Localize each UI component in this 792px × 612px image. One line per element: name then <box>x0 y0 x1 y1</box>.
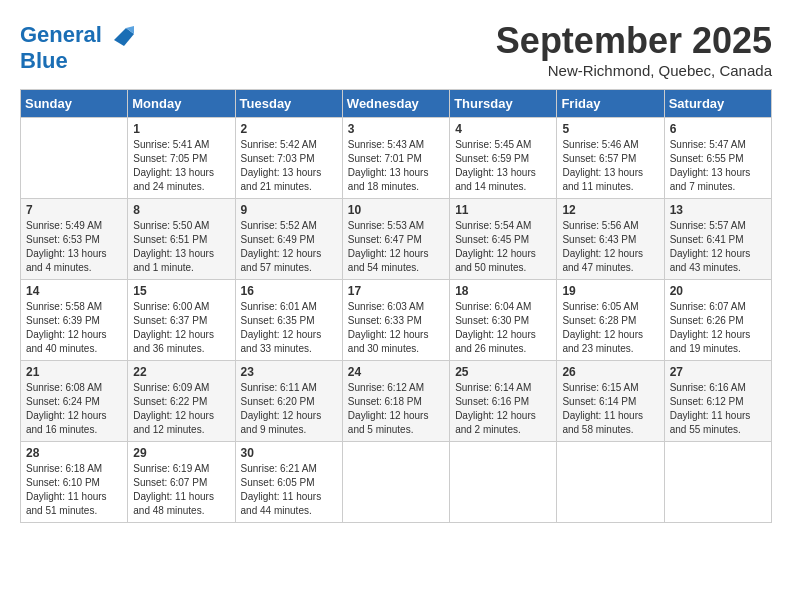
day-header-sunday: Sunday <box>21 90 128 118</box>
day-number: 23 <box>241 365 337 379</box>
logo-text-blue: Blue <box>20 50 136 72</box>
calendar-cell: 24Sunrise: 6:12 AM Sunset: 6:18 PM Dayli… <box>342 361 449 442</box>
cell-info: Sunrise: 6:03 AM Sunset: 6:33 PM Dayligh… <box>348 300 444 356</box>
cell-info: Sunrise: 5:46 AM Sunset: 6:57 PM Dayligh… <box>562 138 658 194</box>
calendar-cell: 8Sunrise: 5:50 AM Sunset: 6:51 PM Daylig… <box>128 199 235 280</box>
calendar-cell: 15Sunrise: 6:00 AM Sunset: 6:37 PM Dayli… <box>128 280 235 361</box>
cell-info: Sunrise: 5:57 AM Sunset: 6:41 PM Dayligh… <box>670 219 766 275</box>
cell-info: Sunrise: 5:50 AM Sunset: 6:51 PM Dayligh… <box>133 219 229 275</box>
day-number: 14 <box>26 284 122 298</box>
day-header-monday: Monday <box>128 90 235 118</box>
calendar-cell: 6Sunrise: 5:47 AM Sunset: 6:55 PM Daylig… <box>664 118 771 199</box>
calendar-cell: 23Sunrise: 6:11 AM Sunset: 6:20 PM Dayli… <box>235 361 342 442</box>
calendar-cell: 7Sunrise: 5:49 AM Sunset: 6:53 PM Daylig… <box>21 199 128 280</box>
cell-info: Sunrise: 5:49 AM Sunset: 6:53 PM Dayligh… <box>26 219 122 275</box>
calendar-cell: 20Sunrise: 6:07 AM Sunset: 6:26 PM Dayli… <box>664 280 771 361</box>
day-number: 29 <box>133 446 229 460</box>
day-number: 26 <box>562 365 658 379</box>
cell-info: Sunrise: 6:14 AM Sunset: 6:16 PM Dayligh… <box>455 381 551 437</box>
cell-info: Sunrise: 5:42 AM Sunset: 7:03 PM Dayligh… <box>241 138 337 194</box>
calendar-cell: 17Sunrise: 6:03 AM Sunset: 6:33 PM Dayli… <box>342 280 449 361</box>
day-number: 11 <box>455 203 551 217</box>
cell-info: Sunrise: 6:05 AM Sunset: 6:28 PM Dayligh… <box>562 300 658 356</box>
cell-info: Sunrise: 6:21 AM Sunset: 6:05 PM Dayligh… <box>241 462 337 518</box>
day-number: 1 <box>133 122 229 136</box>
calendar-cell: 30Sunrise: 6:21 AM Sunset: 6:05 PM Dayli… <box>235 442 342 523</box>
day-number: 19 <box>562 284 658 298</box>
cell-info: Sunrise: 6:01 AM Sunset: 6:35 PM Dayligh… <box>241 300 337 356</box>
cell-info: Sunrise: 5:52 AM Sunset: 6:49 PM Dayligh… <box>241 219 337 275</box>
cell-info: Sunrise: 5:54 AM Sunset: 6:45 PM Dayligh… <box>455 219 551 275</box>
day-header-saturday: Saturday <box>664 90 771 118</box>
cell-info: Sunrise: 5:41 AM Sunset: 7:05 PM Dayligh… <box>133 138 229 194</box>
day-number: 8 <box>133 203 229 217</box>
day-number: 5 <box>562 122 658 136</box>
day-number: 3 <box>348 122 444 136</box>
cell-info: Sunrise: 6:08 AM Sunset: 6:24 PM Dayligh… <box>26 381 122 437</box>
cell-info: Sunrise: 5:56 AM Sunset: 6:43 PM Dayligh… <box>562 219 658 275</box>
calendar-cell: 3Sunrise: 5:43 AM Sunset: 7:01 PM Daylig… <box>342 118 449 199</box>
logo-icon <box>106 20 136 50</box>
calendar-cell: 26Sunrise: 6:15 AM Sunset: 6:14 PM Dayli… <box>557 361 664 442</box>
cell-info: Sunrise: 6:04 AM Sunset: 6:30 PM Dayligh… <box>455 300 551 356</box>
day-number: 2 <box>241 122 337 136</box>
calendar-cell: 19Sunrise: 6:05 AM Sunset: 6:28 PM Dayli… <box>557 280 664 361</box>
cell-info: Sunrise: 6:11 AM Sunset: 6:20 PM Dayligh… <box>241 381 337 437</box>
cell-info: Sunrise: 6:18 AM Sunset: 6:10 PM Dayligh… <box>26 462 122 518</box>
day-number: 13 <box>670 203 766 217</box>
day-number: 21 <box>26 365 122 379</box>
day-number: 22 <box>133 365 229 379</box>
day-number: 7 <box>26 203 122 217</box>
calendar-cell <box>557 442 664 523</box>
day-header-friday: Friday <box>557 90 664 118</box>
day-number: 28 <box>26 446 122 460</box>
day-number: 25 <box>455 365 551 379</box>
calendar-cell: 14Sunrise: 5:58 AM Sunset: 6:39 PM Dayli… <box>21 280 128 361</box>
calendar-cell <box>342 442 449 523</box>
logo-text-general: General <box>20 22 102 47</box>
calendar-cell: 28Sunrise: 6:18 AM Sunset: 6:10 PM Dayli… <box>21 442 128 523</box>
calendar-cell: 9Sunrise: 5:52 AM Sunset: 6:49 PM Daylig… <box>235 199 342 280</box>
cell-info: Sunrise: 6:00 AM Sunset: 6:37 PM Dayligh… <box>133 300 229 356</box>
cell-info: Sunrise: 6:12 AM Sunset: 6:18 PM Dayligh… <box>348 381 444 437</box>
cell-info: Sunrise: 6:19 AM Sunset: 6:07 PM Dayligh… <box>133 462 229 518</box>
cell-info: Sunrise: 6:15 AM Sunset: 6:14 PM Dayligh… <box>562 381 658 437</box>
day-number: 12 <box>562 203 658 217</box>
calendar-cell: 27Sunrise: 6:16 AM Sunset: 6:12 PM Dayli… <box>664 361 771 442</box>
day-number: 30 <box>241 446 337 460</box>
day-number: 24 <box>348 365 444 379</box>
day-number: 16 <box>241 284 337 298</box>
title-block: September 2025 New-Richmond, Quebec, Can… <box>496 20 772 79</box>
location-text: New-Richmond, Quebec, Canada <box>496 62 772 79</box>
calendar-cell: 18Sunrise: 6:04 AM Sunset: 6:30 PM Dayli… <box>450 280 557 361</box>
calendar-cell <box>21 118 128 199</box>
day-number: 17 <box>348 284 444 298</box>
cell-info: Sunrise: 6:09 AM Sunset: 6:22 PM Dayligh… <box>133 381 229 437</box>
calendar-cell: 10Sunrise: 5:53 AM Sunset: 6:47 PM Dayli… <box>342 199 449 280</box>
day-number: 18 <box>455 284 551 298</box>
cell-info: Sunrise: 5:43 AM Sunset: 7:01 PM Dayligh… <box>348 138 444 194</box>
day-header-tuesday: Tuesday <box>235 90 342 118</box>
day-number: 20 <box>670 284 766 298</box>
calendar-cell: 22Sunrise: 6:09 AM Sunset: 6:22 PM Dayli… <box>128 361 235 442</box>
calendar-cell: 21Sunrise: 6:08 AM Sunset: 6:24 PM Dayli… <box>21 361 128 442</box>
calendar-cell: 12Sunrise: 5:56 AM Sunset: 6:43 PM Dayli… <box>557 199 664 280</box>
calendar-cell <box>664 442 771 523</box>
calendar-cell: 11Sunrise: 5:54 AM Sunset: 6:45 PM Dayli… <box>450 199 557 280</box>
calendar-cell <box>450 442 557 523</box>
calendar-cell: 29Sunrise: 6:19 AM Sunset: 6:07 PM Dayli… <box>128 442 235 523</box>
cell-info: Sunrise: 5:47 AM Sunset: 6:55 PM Dayligh… <box>670 138 766 194</box>
logo: General Blue <box>20 20 136 72</box>
day-number: 9 <box>241 203 337 217</box>
day-number: 10 <box>348 203 444 217</box>
calendar-cell: 1Sunrise: 5:41 AM Sunset: 7:05 PM Daylig… <box>128 118 235 199</box>
calendar-cell: 16Sunrise: 6:01 AM Sunset: 6:35 PM Dayli… <box>235 280 342 361</box>
cell-info: Sunrise: 6:07 AM Sunset: 6:26 PM Dayligh… <box>670 300 766 356</box>
calendar-cell: 2Sunrise: 5:42 AM Sunset: 7:03 PM Daylig… <box>235 118 342 199</box>
day-header-wednesday: Wednesday <box>342 90 449 118</box>
calendar-table: SundayMondayTuesdayWednesdayThursdayFrid… <box>20 89 772 523</box>
month-title: September 2025 <box>496 20 772 62</box>
calendar-cell: 13Sunrise: 5:57 AM Sunset: 6:41 PM Dayli… <box>664 199 771 280</box>
calendar-cell: 4Sunrise: 5:45 AM Sunset: 6:59 PM Daylig… <box>450 118 557 199</box>
calendar-cell: 5Sunrise: 5:46 AM Sunset: 6:57 PM Daylig… <box>557 118 664 199</box>
